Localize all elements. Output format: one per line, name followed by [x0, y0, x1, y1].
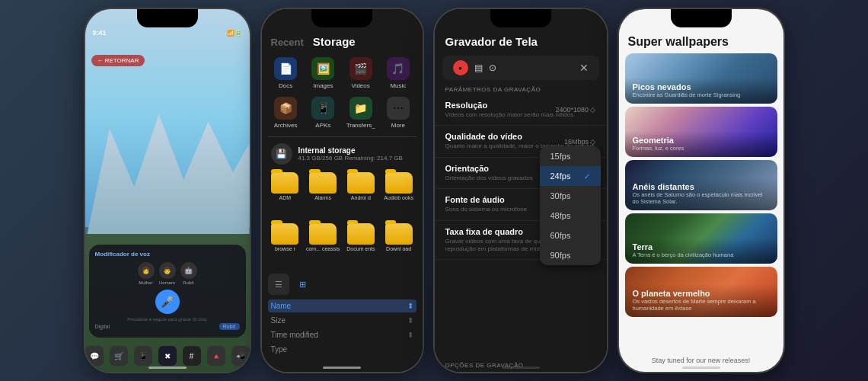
folder-adm[interactable]: ADM [268, 172, 303, 220]
app-x-icon[interactable]: ✖ [158, 346, 177, 366]
fm-storage-row[interactable]: 💾 Internal storage 41.3 GB/256 GB Remain… [262, 139, 423, 169]
folder-browser-label: browse r [275, 246, 295, 252]
phone-screenrecorder: Gravador de Tela ● ▤ ⊙ ✕ PARÂMETROS DA G… [433, 8, 608, 373]
sw-footer-text: Stay tuned for our new releases! [652, 357, 751, 364]
voz-record-button[interactable]: 🎤 [155, 290, 180, 314]
fps-dropdown: 15fps 24fps ✓ 30fps 48fps 60fps 90fps [540, 146, 601, 265]
fm-icon-transfers[interactable]: 📁 Transfers_ [343, 94, 378, 132]
voz-mulher-icon: 👩 [138, 262, 155, 279]
grid-view-btn[interactable]: ⊞ [292, 274, 314, 295]
sw-item-terra[interactable]: Terra A Terra é o berço da civilização h… [625, 213, 777, 264]
voz-homem-label: Homem [159, 280, 175, 285]
sw-item-aneis[interactable]: Anéis distantes Os anéis de Saturno são … [625, 160, 777, 210]
folder-android[interactable]: Androi d [343, 172, 378, 220]
transfers-label: Transfers_ [346, 122, 375, 129]
images-label: Images [313, 82, 333, 89]
folder-alarms-icon [309, 172, 337, 194]
fps-15[interactable]: 15fps [540, 146, 601, 166]
voz-option-robo[interactable]: 🤖 Robô [180, 262, 197, 285]
fm-icon-apks[interactable]: 📱 APKs [305, 94, 341, 132]
sort-size-arrow: ⬍ [407, 316, 413, 325]
fm-icon-music[interactable]: 🎵 Music [380, 54, 416, 92]
fps-24-label: 24fps [550, 171, 571, 181]
app-store-icon[interactable]: 🛒 [110, 346, 128, 366]
fps-24-check: ✓ [584, 172, 590, 181]
sw-terra-sub: A Terra é o berço da civilização humana [633, 251, 770, 259]
fps-90-label: 90fps [550, 251, 571, 260]
sort-type[interactable]: Type [268, 343, 416, 356]
app-phone-icon[interactable]: 📱 [134, 346, 152, 366]
sw-item-marte[interactable]: O planeta vermelho Os vastos desertos de… [625, 267, 777, 317]
app-hash-icon[interactable]: # [183, 346, 201, 366]
fm-tab-storage[interactable]: Storage [313, 35, 356, 48]
fm-icon-more[interactable]: ⋯ More [380, 94, 416, 132]
sort-time[interactable]: Time modified ⬍ [268, 328, 416, 341]
folder-alarms[interactable]: Alarms [305, 172, 340, 220]
sr-item-resolucao[interactable]: Resolução Vídeos com resolução maior ser… [435, 94, 607, 126]
sw-terra-name: Terra [633, 242, 770, 251]
storage-sub: 41.3 GB/256 GB Remaining: 214.7 GB [298, 155, 413, 162]
filemanager-screen: Recent Storage 📄 Docs 🖼️ Images 🎬 Videos [262, 9, 423, 372]
folder-download[interactable]: Downl oad [381, 223, 416, 271]
fps-30[interactable]: 30fps [540, 186, 601, 206]
sw-item-picos[interactable]: Picos nevados Encontre as Guardiãs de mo… [625, 53, 777, 104]
nav-indicator-fm [323, 367, 361, 369]
fps-90[interactable]: 90fps [540, 245, 601, 265]
digital-btn[interactable]: Robô [219, 323, 240, 330]
folder-audiobooks[interactable]: Audiob ooks [381, 172, 416, 220]
voz-homem-icon: 👨 [159, 262, 176, 279]
fm-tabs-header: Recent Storage [262, 29, 423, 51]
fm-icon-images[interactable]: 🖼️ Images [305, 54, 341, 92]
status-icons: 📶🔋 [227, 30, 242, 37]
voz-option-homem[interactable]: 👨 Homem [159, 262, 176, 285]
phone-filemanager: Recent Storage 📄 Docs 🖼️ Images 🎬 Videos [260, 8, 424, 373]
sort-size-label: Size [271, 316, 286, 325]
folder-com[interactable]: com... ceassis [305, 223, 340, 271]
game-bottom-bar: 💬 🛒 📱 ✖ # 🔺 📲 [85, 346, 250, 366]
sw-geometria-name: Geometria [633, 136, 770, 145]
phone-wallpapers: Super wallpapers Picos nevados Encontre … [617, 8, 785, 373]
sw-item-geometria[interactable]: Geometria Formas, luz, e cores [625, 107, 777, 157]
more-icon: ⋯ [387, 97, 410, 120]
game-screen: 9:41 📶🔋 ← RETORNAR Modificador de voz 👩 … [85, 9, 250, 372]
sort-time-arrow: ⬍ [407, 331, 413, 339]
status-time: 9:41 [93, 29, 107, 37]
sr-close-icon[interactable]: ✕ [579, 62, 589, 74]
fm-icon-docs[interactable]: 📄 Docs [268, 54, 304, 92]
fm-tab-recent[interactable]: Recent [271, 37, 304, 48]
archives-label: Archives [274, 122, 298, 129]
sr-title: Gravador de Tela [445, 35, 596, 48]
fps-24[interactable]: 24fps ✓ [540, 166, 601, 186]
sort-name[interactable]: Name ⬍ [268, 299, 416, 312]
sort-type-label: Type [271, 345, 288, 354]
sw-geometria-sub: Formas, luz, e cores [633, 145, 770, 152]
fps-60[interactable]: 60fps [540, 226, 601, 245]
sw-aneis-text: Anéis distantes Os anéis de Saturno são … [625, 178, 777, 211]
sr-settings-icon[interactable]: ⊙ [489, 62, 496, 73]
archives-icon: 📦 [274, 97, 297, 120]
sw-aneis-sub: Os anéis de Saturno são o espetáculo mai… [633, 191, 770, 207]
return-button[interactable]: ← RETORNAR [91, 55, 145, 66]
fm-storage-info: Internal storage 41.3 GB/256 GB Remainin… [298, 146, 413, 162]
app-drive-icon[interactable]: 🔺 [207, 346, 225, 366]
sw-marte-name: O planeta vermelho [633, 289, 770, 298]
folder-browser[interactable]: browse r [268, 223, 303, 271]
sort-time-label: Time modified [271, 331, 318, 339]
sr-record-btn[interactable]: ● [453, 60, 468, 75]
folder-download-icon [385, 223, 413, 245]
fm-icon-archives[interactable]: 📦 Archives [268, 94, 304, 132]
sw-screen: Super wallpapers Picos nevados Encontre … [619, 9, 783, 372]
fps-48[interactable]: 48fps [540, 206, 601, 226]
fps-15-label: 15fps [550, 152, 571, 161]
app-share-icon[interactable]: 📲 [231, 346, 250, 366]
voz-robo-label: Robô [183, 280, 193, 285]
folder-docs[interactable]: Docum ents [343, 223, 378, 271]
voz-option-mulher[interactable]: 👩 Mulher [138, 262, 155, 285]
fps-48-label: 48fps [550, 211, 571, 220]
app-messages-icon[interactable]: 💬 [85, 346, 104, 366]
list-view-btn[interactable]: ☰ [268, 274, 289, 295]
sort-size[interactable]: Size ⬍ [268, 314, 416, 327]
fm-icon-videos[interactable]: 🎬 Videos [343, 54, 378, 92]
sr-list-icon[interactable]: ▤ [474, 62, 483, 73]
sr-bottom-label: OPÇÕES DE GRAVAÇÃO [435, 359, 607, 372]
